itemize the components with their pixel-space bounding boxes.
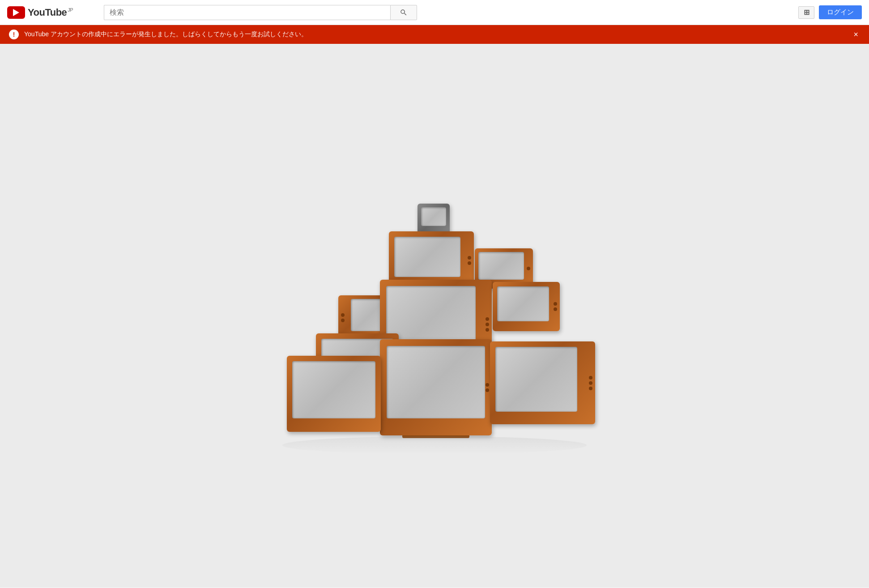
tv-knob: [468, 256, 471, 260]
tv-knobs: [341, 313, 345, 322]
tv-large-right: [490, 341, 595, 424]
tv-med-right-upper: [493, 282, 560, 331]
tv-knob: [486, 383, 489, 387]
tv-knobs: [486, 383, 489, 392]
tv-knobs: [554, 302, 557, 311]
tv-knobs: [486, 317, 489, 332]
ground-shadow: [282, 436, 587, 454]
main-content: [0, 44, 869, 587]
header-right: ⊞ ログイン: [798, 5, 862, 19]
search-button[interactable]: [390, 5, 417, 20]
tv-knobs: [589, 376, 592, 390]
search-icon: [400, 9, 408, 17]
tv-knob: [468, 261, 471, 265]
tv-knob: [589, 387, 592, 390]
tv-knob: [341, 319, 345, 322]
youtube-logo-icon: [7, 6, 25, 19]
tv-knob: [589, 376, 592, 379]
tv-knob: [554, 307, 557, 311]
upload-button[interactable]: ⊞: [798, 6, 814, 19]
tv-screen: [495, 347, 577, 412]
tv-knob: [486, 323, 489, 326]
header: YouTubeJP ⊞ ログイン: [0, 0, 869, 25]
tv-knobs: [468, 256, 471, 265]
error-banner: ! YouTube アカウントの作成中にエラーが発生しました。しばらくしてからも…: [0, 25, 869, 44]
tv-large-bottom: [380, 339, 492, 435]
tv-screen: [292, 361, 375, 418]
tv-screen: [394, 237, 460, 277]
tv-knob: [341, 313, 345, 317]
tv-large-left-bottom: [287, 356, 381, 432]
login-button[interactable]: ログイン: [819, 5, 862, 19]
youtube-text: YouTube: [28, 7, 67, 18]
logo-area: YouTubeJP: [7, 6, 97, 19]
tv-knob: [486, 328, 489, 332]
tv-knob: [589, 381, 592, 385]
tv-knob: [527, 267, 530, 270]
logo-jp-text: JP: [68, 7, 73, 13]
tv-knobs: [527, 267, 530, 270]
tv-screen: [387, 346, 485, 418]
tv-stack-illustration: [273, 204, 596, 436]
tv-knob: [486, 317, 489, 321]
error-close-button[interactable]: ×: [852, 30, 860, 39]
tv-screen: [421, 207, 446, 226]
upload-icon: ⊞: [804, 8, 809, 17]
tv-knob: [486, 388, 489, 392]
search-form: [104, 5, 417, 20]
tv-knob: [554, 302, 557, 306]
error-exclamation-icon: !: [9, 30, 19, 39]
logo-text: YouTubeJP: [28, 7, 73, 18]
tv-screen: [497, 286, 549, 321]
tv-screen: [478, 252, 524, 280]
error-message: YouTube アカウントの作成中にエラーが発生しました。しばらくしてからもう一…: [24, 30, 846, 38]
search-input[interactable]: [104, 5, 390, 20]
